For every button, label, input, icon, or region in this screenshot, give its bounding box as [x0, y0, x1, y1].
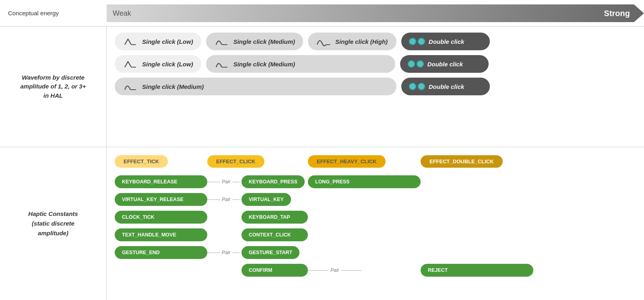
text-handle-context-row: TEXT_HANDLE_MOVE CONTEXT_CLICK [115, 228, 636, 241]
clock-keyboard-tap-row: CLOCK_TICK KEYBOARD_TAP [115, 211, 636, 224]
virtual-key-release-badge: VIRTUAL_KEY_RELEASE [115, 193, 207, 206]
waveform-label: Waveform by discreteamplitude of 1, 2, o… [21, 73, 86, 101]
effect-click-badge: EFFECT_CLICK [207, 155, 264, 168]
pair-label-virtual-key: Pair [222, 197, 230, 202]
right-content: Weak Strong Single click (Low) [107, 0, 644, 300]
effect-heavy-click-badge: EFFECT_HEAVY_CLICK [308, 155, 386, 168]
waveform-label-area: Waveform by discreteamplitude of 1, 2, o… [0, 26, 107, 147]
wf-single-medium-1: Single click (Medium) [206, 33, 303, 50]
keyboard-row: KEYBOARD_RELEASE Pair KEYBOARD_PRESS LON… [115, 175, 636, 188]
wf-single-low-1: Single click (Low) [115, 33, 201, 50]
wf-label: Single click (Medium) [233, 61, 295, 68]
wf-single-low-2: Single click (Low) [115, 55, 201, 73]
double-dots-icon-2 [408, 58, 423, 70]
double-dots-icon-3 [409, 81, 425, 92]
wf-single-medium-3: Single click (Medium) [115, 78, 396, 95]
text-handle-move-badge: TEXT_HANDLE_MOVE [115, 228, 207, 241]
virtual-key-row: VIRTUAL_KEY_RELEASE Pair VIRTUAL_KEY [115, 193, 636, 206]
high-wave-icon [316, 36, 331, 47]
svg-marker-0 [107, 4, 644, 22]
wf-double-click-3: Double click [401, 78, 490, 95]
confirm-reject-row: CONFIRM Pair REJECT [115, 264, 636, 277]
long-press-badge: LONG_PRESS [308, 175, 421, 188]
wf-label: Single click (Medium) [233, 38, 295, 45]
wf-label: Single click (Low) [142, 38, 193, 45]
keyboard-tap-badge: KEYBOARD_TAP [242, 211, 308, 224]
wf-single-medium-2: Single click (Medium) [206, 55, 395, 73]
energy-strong-label: Strong [604, 8, 630, 18]
clock-tick-badge: CLOCK_TICK [115, 211, 207, 224]
keyboard-press-badge: KEYBOARD_PRESS [242, 175, 305, 188]
left-labels: Conceptual energy Waveform by discreteam… [0, 0, 107, 300]
wf-double-click-1: Double click [401, 33, 490, 50]
low-wave-icon-2 [123, 58, 138, 70]
effect-double-click-badge: EFFECT_DOUBLE_CLICK [421, 155, 503, 168]
reject-badge: REJECT [421, 264, 533, 277]
pair-label-keyboard: Pair [222, 179, 230, 185]
energy-arrow-svg [107, 4, 644, 22]
keyboard-release-badge: KEYBOARD_RELEASE [115, 175, 207, 188]
wf-label: Double click [429, 83, 464, 90]
gesture-start-badge: GESTURE_START [242, 246, 299, 259]
wf-label: Double click [427, 61, 463, 68]
waveform-section: Single click (Low) Single click (Medium) [107, 26, 644, 147]
effects-row: EFFECT_TICK EFFECT_CLICK EFFECT_HEAVY_CL… [115, 155, 636, 168]
double-dots-icon-1 [409, 36, 425, 47]
medium-wave-icon-2 [214, 58, 229, 70]
haptic-label: Haptic Constants(static discreteamplitud… [28, 209, 78, 238]
medium-wave-icon-3 [123, 81, 138, 92]
main-container: Conceptual energy Waveform by discreteam… [0, 0, 644, 300]
pair-label-confirm: Pair [328, 267, 341, 273]
wf-label: Single click (Low) [142, 61, 193, 68]
haptic-section: EFFECT_TICK EFFECT_CLICK EFFECT_HEAVY_CL… [107, 147, 644, 300]
wf-single-high-1: Single click (High) [308, 33, 396, 50]
low-wave-icon [123, 36, 138, 47]
wf-label: Single click (Medium) [142, 83, 204, 90]
gesture-row: GESTURE_END Pair GESTURE_START [115, 246, 636, 259]
conceptual-energy-label: Conceptual energy [8, 10, 59, 16]
wf-double-click-2: Double click [400, 55, 489, 73]
wf-label: Single click (High) [335, 38, 388, 45]
constants-grid: KEYBOARD_RELEASE Pair KEYBOARD_PRESS LON… [115, 175, 636, 277]
waveform-row-3: Single click (Medium) Double click [115, 78, 636, 95]
haptic-label-area: Haptic Constants(static discreteamplitud… [0, 147, 107, 300]
energy-weak-label: Weak [113, 9, 131, 17]
confirm-badge: CONFIRM [242, 264, 308, 277]
pair-label-gesture: Pair [222, 250, 230, 255]
waveform-row-1: Single click (Low) Single click (Medium) [115, 33, 636, 50]
waveform-row-2: Single click (Low) Single click (Medium) [115, 55, 636, 73]
conceptual-energy-label-area: Conceptual energy [0, 0, 107, 26]
effect-tick-badge: EFFECT_TICK [115, 155, 168, 168]
medium-wave-icon [214, 36, 229, 47]
virtual-key-badge: VIRTUAL_KEY [242, 193, 291, 206]
wf-label: Double click [429, 38, 464, 45]
context-click-badge: CONTEXT_CLICK [242, 228, 308, 241]
energy-row: Weak Strong [107, 0, 644, 26]
gesture-end-badge: GESTURE_END [115, 246, 207, 259]
